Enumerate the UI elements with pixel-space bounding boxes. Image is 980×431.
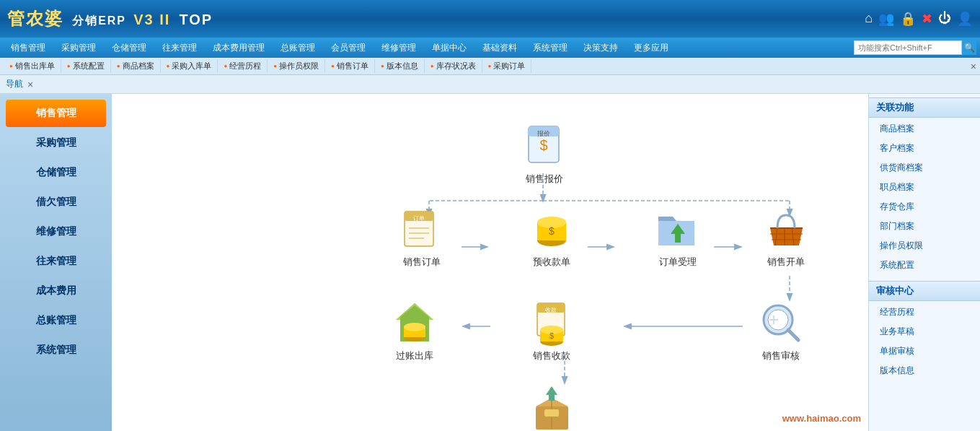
- flow-item-kaidan[interactable]: 销售开单: [761, 206, 811, 269]
- tuihuo-icon: [526, 386, 577, 431]
- tabs-close-button[interactable]: ×: [971, 61, 976, 72]
- flow-label-kaidan: 销售开单: [767, 256, 805, 269]
- svg-text:收款: 收款: [545, 307, 557, 313]
- group-icon[interactable]: 👥: [878, 11, 894, 27]
- watermark: www.haimao.com: [782, 413, 861, 424]
- right-link-customer[interactable]: 客户档案: [869, 139, 980, 158]
- tab-version[interactable]: 版本信息: [375, 59, 425, 73]
- tab-goods[interactable]: 商品档案: [111, 59, 161, 73]
- close-circle-icon[interactable]: ✖: [922, 11, 932, 27]
- tab-business-history[interactable]: 经营历程: [218, 59, 268, 73]
- logo: 管农婆 分销ERP V3 II TOP: [7, 7, 213, 30]
- flow-label-shenhe: 销售审核: [762, 349, 800, 362]
- flow-item-yukuan[interactable]: $ 预收款单: [526, 206, 577, 269]
- guozhang-icon: [389, 300, 440, 347]
- svg-marker-53: [546, 386, 557, 401]
- left-sidebar: 销售管理 采购管理 仓储管理 借欠管理 维修管理 往来管理 成本费用 总账管理 …: [0, 94, 112, 431]
- flow-item-shouli[interactable]: 订单受理: [653, 206, 703, 269]
- sidebar-item-ledger[interactable]: 总账管理: [6, 307, 106, 334]
- sidebar-item-cost[interactable]: 成本费用: [6, 277, 106, 305]
- flow-label-baojia: 销售报价: [526, 173, 563, 186]
- tab-sales-order[interactable]: 销售订单: [325, 59, 375, 73]
- right-sidebar: 关联功能 商品档案 客户档案 供货商档案 职员档案 存货仓库 部门档案 操作员权…: [868, 94, 980, 431]
- shouqian-icon: 收款 $: [526, 300, 577, 347]
- lock-icon[interactable]: 🔒: [900, 11, 916, 27]
- nav-ledger[interactable]: 总账管理: [273, 40, 322, 56]
- home-icon[interactable]: ⌂: [865, 11, 873, 27]
- shenhe-icon: [756, 300, 806, 347]
- nav-label-bar: 导航 ×: [0, 75, 980, 94]
- svg-rect-52: [544, 409, 559, 417]
- flow-label-shouqian: 销售收款: [533, 349, 570, 362]
- right-section-title-related: 关联功能: [869, 97, 980, 118]
- yukuan-icon: $: [526, 206, 577, 253]
- nav-sales[interactable]: 销售管理: [4, 40, 53, 56]
- navbar: 销售管理 采购管理 仓储管理 往来管理 成本费用管理 总账管理 会员管理 维修管…: [0, 38, 980, 58]
- search-button[interactable]: 🔍: [962, 40, 976, 55]
- tab-operator[interactable]: 操作员权限: [268, 59, 325, 73]
- header: 管农婆 分销ERP V3 II TOP ⌂ 👥 🔒 ✖ ⏻ 👤: [0, 0, 980, 38]
- svg-line-46: [788, 330, 798, 340]
- nav-basic[interactable]: 基础资料: [475, 40, 524, 56]
- svg-text:$: $: [539, 137, 547, 153]
- nav-decision[interactable]: 决策支持: [576, 40, 625, 56]
- right-link-sysconfig[interactable]: 系统配置: [869, 256, 980, 275]
- right-link-department[interactable]: 部门档案: [869, 217, 980, 236]
- sidebar-item-sales[interactable]: 销售管理: [6, 100, 106, 127]
- main-layout: 销售管理 采购管理 仓储管理 借欠管理 维修管理 往来管理 成本费用 总账管理 …: [0, 94, 980, 431]
- right-link-warehouse[interactable]: 存货仓库: [869, 197, 980, 217]
- nav-document[interactable]: 单据中心: [425, 40, 474, 56]
- center-content: $ 报价 销售报价: [112, 94, 868, 431]
- tab-sales-out[interactable]: 销售出库单: [4, 59, 61, 73]
- dingdan-icon: 订单: [397, 206, 447, 253]
- sidebar-item-repair[interactable]: 维修管理: [6, 218, 106, 245]
- nav-label-title: 导航: [6, 78, 23, 90]
- right-link-operator[interactable]: 操作员权限: [869, 236, 980, 256]
- flow-label-dingdan: 销售订单: [403, 256, 441, 269]
- flow-label-guozhang: 过账出库: [396, 349, 433, 362]
- sidebar-item-warehouse[interactable]: 仓储管理: [6, 159, 106, 186]
- flow-item-shouqian[interactable]: 收款 $ 销售收款: [526, 300, 577, 362]
- flow-item-baojia[interactable]: $ 报价 销售报价: [519, 123, 570, 186]
- sidebar-item-system[interactable]: 系统管理: [6, 336, 106, 364]
- tab-purchase-in[interactable]: 采购入库单: [161, 59, 218, 73]
- flow-item-dingdan[interactable]: 订单 销售订单: [397, 206, 447, 269]
- tab-purchase-order[interactable]: 采购订单: [482, 59, 532, 73]
- right-link-audit[interactable]: 单据审核: [869, 341, 980, 361]
- sidebar-item-debt[interactable]: 借欠管理: [6, 188, 106, 216]
- right-link-history[interactable]: 经营历程: [869, 302, 980, 322]
- sidebar-item-transactions[interactable]: 往来管理: [6, 248, 106, 275]
- flow-item-shenhe[interactable]: 销售审核: [756, 300, 806, 362]
- sidebar-item-purchase[interactable]: 采购管理: [6, 129, 106, 157]
- shouli-icon: [653, 206, 703, 253]
- right-link-draft[interactable]: 业务草稿: [869, 322, 980, 341]
- flow-diagram: $ 报价 销售报价: [112, 94, 868, 431]
- nav-warehouse[interactable]: 仓储管理: [105, 40, 154, 56]
- nav-transactions[interactable]: 往来管理: [155, 40, 204, 56]
- right-link-employee[interactable]: 职员档案: [869, 178, 980, 197]
- svg-text:报价: 报价: [537, 130, 550, 137]
- power-icon[interactable]: ⏻: [938, 11, 951, 27]
- nav-more[interactable]: 更多应用: [627, 40, 676, 56]
- flow-item-tuihuo[interactable]: 销售退货: [526, 386, 577, 431]
- search-input[interactable]: [854, 40, 962, 55]
- nav-repair[interactable]: 维修管理: [374, 40, 423, 56]
- tab-sys-config[interactable]: 系统配置: [61, 59, 111, 73]
- right-link-version[interactable]: 版本信息: [869, 361, 980, 380]
- flow-label-shouli: 订单受理: [659, 256, 697, 269]
- kaidan-icon: [761, 206, 811, 253]
- baojia-icon: $ 报价: [519, 123, 570, 170]
- user-icon[interactable]: 👤: [957, 11, 973, 27]
- nav-label-close[interactable]: ×: [27, 79, 33, 90]
- flow-item-guozhang[interactable]: 过账出库: [389, 300, 440, 362]
- right-link-goods[interactable]: 商品档案: [869, 119, 980, 139]
- svg-text:订单: 订单: [413, 215, 425, 222]
- svg-text:$: $: [549, 331, 553, 340]
- svg-point-36: [404, 323, 425, 331]
- nav-member[interactable]: 会员管理: [324, 40, 373, 56]
- right-link-supplier[interactable]: 供货商档案: [869, 158, 980, 178]
- nav-purchase[interactable]: 采购管理: [54, 40, 103, 56]
- tab-inventory-status[interactable]: 库存状况表: [425, 59, 482, 73]
- nav-system[interactable]: 系统管理: [526, 40, 575, 56]
- nav-cost[interactable]: 成本费用管理: [206, 40, 272, 56]
